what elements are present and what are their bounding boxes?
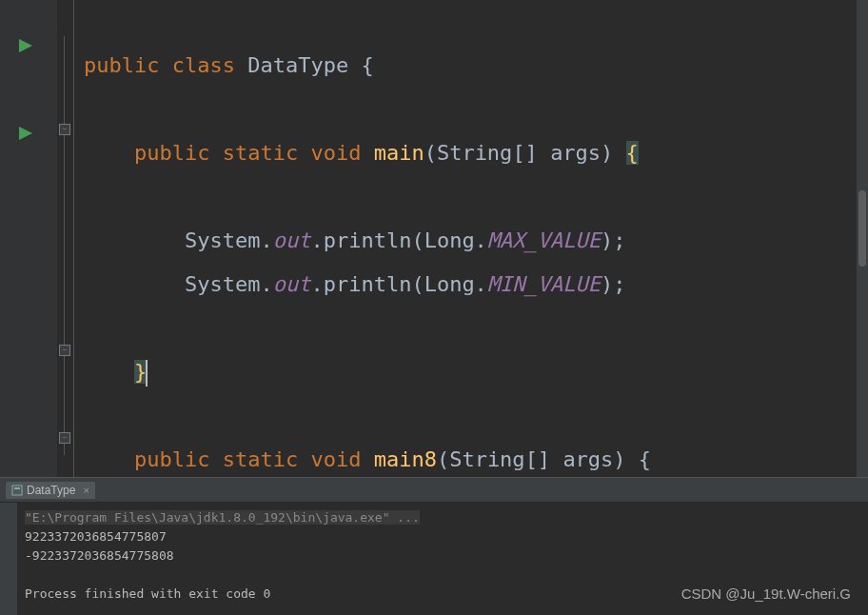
method-name: main — [374, 141, 424, 165]
code-text: .println(Long. — [310, 228, 486, 252]
watermark: CSDN @Ju_19t.W-cheri.G — [681, 585, 851, 602]
class-name: DataType — [247, 53, 348, 77]
constant-ref: MAX_VALUE — [487, 228, 601, 252]
code-content[interactable]: public class DataType { public static vo… — [74, 0, 868, 477]
paren: ) { — [613, 447, 651, 471]
param-type: String — [437, 141, 512, 165]
brackets: [] — [525, 447, 563, 471]
svg-rect-2 — [12, 486, 22, 495]
svg-rect-3 — [14, 487, 20, 489]
close-icon[interactable]: × — [83, 485, 89, 496]
scrollbar-thumb[interactable] — [858, 190, 866, 267]
code-editor[interactable]: − − − public class DataType { public sta… — [0, 0, 868, 477]
fold-gutter: − − − — [57, 0, 74, 477]
svg-marker-1 — [19, 127, 32, 140]
code-text: System. — [185, 272, 273, 296]
vertical-scrollbar[interactable] — [857, 0, 868, 477]
console-tab[interactable]: DataType × — [6, 482, 95, 499]
tab-label: DataType — [27, 484, 75, 497]
text-caret — [146, 360, 148, 387]
run-method-icon[interactable] — [19, 124, 32, 144]
keyword: public static void — [134, 141, 374, 165]
code-text: .println(Long. — [310, 272, 486, 296]
brace: { — [348, 53, 374, 77]
brace-highlight: } — [134, 360, 147, 384]
paren: ( — [437, 447, 449, 471]
field-ref: out — [273, 228, 311, 252]
keyword: public static void — [134, 447, 374, 471]
run-class-icon[interactable] — [19, 36, 32, 56]
keyword: public class — [84, 53, 247, 77]
console-tab-bar: DataType × — [0, 478, 868, 503]
param-name: args — [562, 447, 613, 471]
code-text: System. — [185, 228, 273, 252]
code-text: ); — [601, 228, 626, 252]
svg-marker-0 — [19, 39, 32, 52]
paren: ( — [424, 141, 437, 165]
method-name: main8 — [374, 447, 437, 471]
brace-highlight: { — [626, 141, 639, 165]
paren: ) — [601, 141, 626, 165]
field-ref: out — [273, 272, 311, 296]
brackets: [] — [512, 141, 550, 165]
param-type: String — [449, 447, 524, 471]
editor-gutter — [0, 0, 57, 477]
constant-ref: MIN_VALUE — [487, 272, 601, 296]
fold-marker-icon[interactable]: − — [59, 345, 70, 356]
param-name: args — [550, 141, 601, 165]
fold-marker-icon[interactable]: − — [59, 124, 70, 135]
run-tab-icon — [11, 485, 23, 496]
command-line: "E:\Program Files\Java\jdk1.8.0_192\bin\… — [25, 510, 420, 525]
code-text: ); — [601, 272, 626, 296]
output-line: 9223372036854775807 — [25, 527, 860, 546]
output-line: -9223372036854775808 — [25, 546, 860, 565]
fold-marker-icon[interactable]: − — [59, 432, 70, 444]
